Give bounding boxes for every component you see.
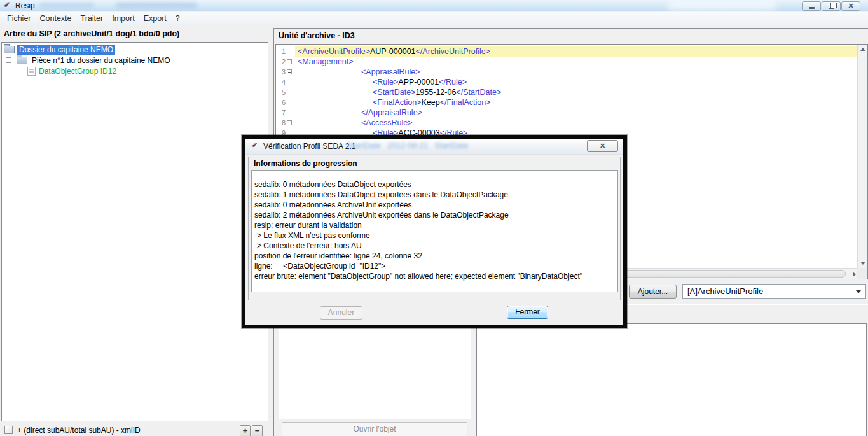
code-line[interactable]: <AppraisalRule> bbox=[295, 67, 857, 77]
menu-help[interactable]: ? bbox=[171, 13, 184, 24]
code-line[interactable]: <Rule>APP-00001</Rule> bbox=[295, 77, 857, 87]
object-viewer-panel bbox=[279, 323, 471, 419]
dropdown-value: [A]ArchiveUnitProfile bbox=[687, 286, 763, 296]
menu-import[interactable]: Import bbox=[107, 13, 139, 24]
menu-fichier[interactable]: Fichier bbox=[3, 13, 36, 24]
subau-checkbox-label: + (direct subAU/total subAU) - xmlID bbox=[17, 426, 141, 435]
fold-toggle-icon[interactable] bbox=[287, 69, 292, 74]
tree-connector bbox=[17, 71, 27, 71]
tree-node-root[interactable]: Dossier du capitaine NEMO bbox=[4, 44, 115, 55]
minimize-button[interactable] bbox=[802, 1, 821, 11]
metadata-type-dropdown[interactable]: [A]ArchiveUnitProfile bbox=[682, 284, 866, 299]
code-line[interactable]: <Management> bbox=[295, 57, 857, 67]
line-number: 5 bbox=[276, 87, 294, 97]
object-metadata-panel bbox=[476, 323, 867, 436]
restore-button[interactable] bbox=[822, 1, 841, 11]
subau-checkbox[interactable] bbox=[4, 426, 13, 434]
line-number: 1 bbox=[276, 46, 294, 57]
vertical-scrollbar[interactable] bbox=[857, 45, 867, 268]
progress-groupbox: Informations de progression sedalib: 0 m… bbox=[248, 157, 621, 300]
chevron-down-icon bbox=[856, 290, 861, 293]
seda-verification-dialog: ✓ Vérification Profil SEDA 2.1 StartDate… bbox=[242, 135, 627, 328]
sip-tree-header: Arbre du SIP (2 archiveUnit/1 dog/1 bdo/… bbox=[4, 29, 179, 38]
code-line[interactable]: <ArchiveUnitProfile>AUP-000001</ArchiveU… bbox=[295, 46, 857, 57]
tree-connector bbox=[11, 60, 17, 60]
scrollbar-corner bbox=[857, 268, 867, 279]
line-number: 6 bbox=[276, 97, 294, 108]
close-icon: ✕ bbox=[600, 142, 605, 150]
sip-tree-footer: + (direct subAU/total subAU) - xmlID + − bbox=[0, 423, 268, 436]
tree-node-label: Pièce n°1 du dossier du capitaine NEMO bbox=[30, 55, 172, 66]
folder-icon bbox=[4, 46, 15, 53]
collapse-toggle-icon[interactable] bbox=[6, 57, 11, 63]
scroll-down-icon[interactable] bbox=[860, 262, 865, 265]
tree-node-child[interactable]: Pièce n°1 du dossier du capitaine NEMO bbox=[6, 55, 172, 66]
menubar: Fichier Contexte Traiter Import Export ? bbox=[0, 12, 868, 25]
scroll-up-icon[interactable] bbox=[860, 48, 865, 51]
glass-reflection bbox=[39, 3, 94, 8]
window-title: Resip bbox=[15, 1, 35, 10]
close-icon: ✕ bbox=[848, 3, 853, 10]
restore-icon bbox=[829, 4, 834, 9]
code-line[interactable]: <FinalAction>Keep</FinalAction> bbox=[295, 97, 857, 108]
fold-toggle-icon[interactable] bbox=[287, 120, 292, 125]
unit-panel-title: Unité d'archive - ID3 bbox=[279, 31, 355, 40]
code-line[interactable]: </AppraisalRule> bbox=[295, 108, 857, 118]
dialog-titlebar: ✓ Vérification Profil SEDA 2.1 StartDate… bbox=[245, 139, 623, 155]
glass-reflection bbox=[668, 1, 776, 10]
line-number: 4 bbox=[276, 77, 294, 87]
progress-log[interactable]: sedalib: 0 métadonnées DataObject export… bbox=[251, 170, 618, 292]
glass-reflection bbox=[116, 3, 197, 8]
line-number: 3 bbox=[276, 67, 294, 77]
menu-traiter[interactable]: Traiter bbox=[76, 13, 108, 24]
cancel-button: Annuler bbox=[320, 306, 362, 320]
dialog-close-button[interactable]: ✕ bbox=[587, 140, 618, 152]
code-line[interactable]: <AccessRule> bbox=[295, 118, 857, 128]
fermer-button[interactable]: Fermer bbox=[507, 306, 548, 319]
code-line[interactable]: <StartDate>1955-12-06</StartDate> bbox=[295, 87, 857, 97]
glass-reflection: StartDate 2012-08-21 StartDate bbox=[347, 141, 468, 150]
app-logo-check-icon: ✓ bbox=[4, 0, 11, 10]
tree-node-label: DataObjectGroup ID12 bbox=[39, 67, 116, 76]
line-number: 8 bbox=[276, 118, 294, 128]
open-object-button[interactable]: Ouvrir l'objet bbox=[282, 422, 467, 436]
line-number: 2 bbox=[276, 57, 294, 67]
menu-export[interactable]: Export bbox=[139, 13, 171, 24]
data-object-group-icon bbox=[27, 67, 36, 76]
app-logo-check-icon: ✓ bbox=[252, 141, 258, 150]
fold-toggle-icon[interactable] bbox=[287, 59, 292, 64]
folder-icon bbox=[17, 57, 27, 64]
tree-node-dog[interactable]: DataObjectGroup ID12 bbox=[17, 66, 116, 76]
add-node-button[interactable]: + bbox=[240, 425, 251, 436]
minimize-icon bbox=[809, 7, 815, 9]
titlebar: ✓ Resip ✕ bbox=[0, 0, 868, 11]
add-metadata-button[interactable]: Ajouter... bbox=[629, 285, 677, 299]
scroll-right-icon[interactable] bbox=[853, 272, 856, 277]
tree-node-label: Dossier du capitaine NEMO bbox=[17, 45, 115, 55]
menu-contexte[interactable]: Contexte bbox=[36, 13, 76, 24]
line-number: 7 bbox=[276, 108, 294, 118]
sip-tree: Dossier du capitaine NEMO Pièce n°1 du d… bbox=[1, 42, 268, 421]
close-button[interactable]: ✕ bbox=[841, 1, 860, 11]
remove-node-button[interactable]: − bbox=[252, 425, 263, 436]
dialog-title: Vérification Profil SEDA 2.1 bbox=[263, 142, 355, 151]
groupbox-title: Informations de progression bbox=[254, 159, 357, 168]
